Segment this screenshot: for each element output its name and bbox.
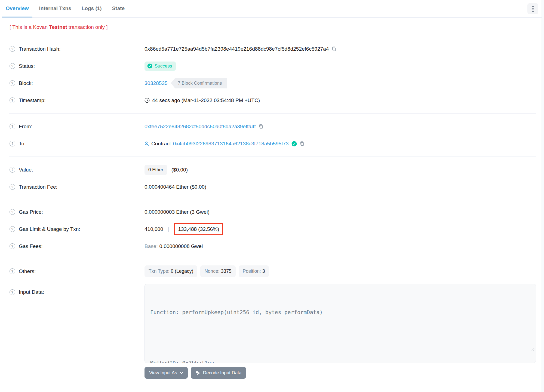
row-status: ? Status: Success <box>10 57 536 75</box>
row-timestamp: ? Timestamp: 44 secs ago (Mar-11-2022 03… <box>10 92 536 109</box>
help-icon[interactable]: ? <box>10 226 15 232</box>
input-actions: View Input As Decode Input Data <box>145 367 536 379</box>
transaction-hash-label: Transaction Hash: <box>19 46 60 52</box>
gas-usage-value: 133,488 (32.56%) <box>178 226 219 232</box>
row-gas-price: ? Gas Price: 0.000000003 Ether (3 Gwei) <box>10 203 536 220</box>
ether-value-badge: 0 Ether <box>145 165 167 175</box>
section-summary: ? Transaction Hash: 0x86ed5a771e725aa94d… <box>2 36 542 113</box>
base-fee-label: Base: <box>145 243 158 249</box>
row-input-data: ? Input Data: Function: performUpkeep(ui… <box>10 284 536 363</box>
tab-overview[interactable]: Overview <box>2 0 32 17</box>
page-scrollbar-gutter[interactable] <box>542 0 544 392</box>
from-address-link[interactable]: 0xfee7522e8482682cf50ddc50a0f8da2a39effa… <box>145 124 256 130</box>
timestamp-value: 44 secs ago (Mar-11-2022 03:54:48 PM +UT… <box>152 97 260 103</box>
help-icon[interactable]: ? <box>10 268 15 274</box>
timestamp-label: Timestamp: <box>19 97 46 103</box>
input-function-line: Function: performUpkeep(uint256 id, byte… <box>150 308 530 317</box>
help-icon[interactable]: ? <box>10 97 15 103</box>
to-contract-kind: Contract <box>151 141 171 147</box>
section-parties: ? From: 0xfee7522e8482682cf50ddc50a0f8da… <box>2 114 542 157</box>
row-block: ? Block: 30328535 7 Block Confirmations <box>10 75 536 92</box>
gas-price-label: Gas Price: <box>19 209 43 215</box>
block-label: Block: <box>19 80 33 86</box>
block-confirmations-badge: 7 Block Confirmations <box>171 78 227 88</box>
position-badge: Position:3 <box>239 265 269 277</box>
kebab-icon <box>532 6 534 7</box>
tab-logs[interactable]: Logs (1) <box>78 0 105 17</box>
transaction-hash-value: 0x86ed5a771e725aa94d5b7fa2398e4419e216d8… <box>145 46 329 52</box>
help-icon[interactable]: ? <box>10 141 15 146</box>
magnifier-icon[interactable] <box>145 141 149 146</box>
help-icon[interactable]: ? <box>10 184 15 190</box>
divider <box>9 383 536 383</box>
row-gas-limit-usage: ? Gas Limit & Usage by Txn: 410,000 | 13… <box>10 220 536 238</box>
nonce-badge: Nonce:3375 <box>200 265 235 277</box>
others-label: Others: <box>19 268 36 274</box>
base-fee-value: 0.000000008 Gwei <box>159 243 203 249</box>
transaction-fee-label: Transaction Fee: <box>19 184 57 190</box>
gas-limit-value: 410,000 <box>145 226 163 232</box>
testnet-notice: [ This is a Kovan Testnet transaction on… <box>2 18 542 36</box>
check-circle-icon <box>147 63 152 69</box>
input-methodid-line: MethodID: 0x7bbaf1ea <box>150 359 530 363</box>
row-transaction-hash: ? Transaction Hash: 0x86ed5a771e725aa94d… <box>10 40 536 57</box>
copy-icon[interactable] <box>331 46 337 51</box>
txn-type-badge: Txn Type:0 (Legacy) <box>145 265 197 277</box>
help-icon[interactable]: ? <box>10 63 15 69</box>
row-gas-fees: ? Gas Fees: Base: 0.000000008 Gwei <box>10 238 536 255</box>
tabbar-spacer <box>131 0 527 17</box>
pipe-separator: | <box>168 226 169 232</box>
block-number-link[interactable]: 30328535 <box>145 80 168 86</box>
status-badge: Success <box>145 62 176 71</box>
help-icon[interactable]: ? <box>10 167 15 173</box>
row-others: ? Others: Txn Type:0 (Legacy) Nonce:3375… <box>10 263 536 280</box>
copy-icon[interactable] <box>300 141 305 146</box>
row-from: ? From: 0xfee7522e8482682cf50ddc50a0f8da… <box>10 118 536 135</box>
decode-input-data-button[interactable]: Decode Input Data <box>191 367 246 379</box>
row-to: ? To: Contract 0x4cb093f226983713164a621… <box>10 135 536 152</box>
clock-icon <box>145 98 150 103</box>
gas-price-value: 0.000000003 Ether (3 Gwei) <box>145 209 210 215</box>
copy-icon[interactable] <box>259 124 264 129</box>
gas-limit-label: Gas Limit & Usage by Txn: <box>19 226 80 232</box>
input-data-label: Input Data: <box>19 289 44 295</box>
help-icon[interactable]: ? <box>10 80 15 86</box>
input-data-textarea[interactable]: Function: performUpkeep(uint256 id, byte… <box>145 284 536 363</box>
resize-grip[interactable] <box>499 336 534 362</box>
tab-internal-txns[interactable]: Internal Txns <box>36 0 75 17</box>
from-label: From: <box>19 124 32 130</box>
value-label: Value: <box>19 167 33 173</box>
view-input-as-button[interactable]: View Input As <box>145 367 188 379</box>
transaction-card: Overview Internal Txns Logs (1) State [ … <box>2 0 542 392</box>
to-address-link[interactable]: 0x4cb093f226983713164a62138c3f718a5b595f… <box>173 141 289 147</box>
status-label: Status: <box>19 63 35 69</box>
annotation-red-box: 133,488 (32.56%) <box>174 223 223 235</box>
help-icon[interactable]: ? <box>10 289 15 295</box>
help-icon[interactable]: ? <box>10 124 15 129</box>
section-value: ? Value: 0 Ether ($0.00) ? Transaction F… <box>2 157 542 200</box>
help-icon[interactable]: ? <box>10 209 15 215</box>
section-others-input: ? Others: Txn Type:0 (Legacy) Nonce:3375… <box>2 258 542 383</box>
kebab-menu-button[interactable] <box>527 3 538 14</box>
tab-state[interactable]: State <box>109 0 128 17</box>
verified-check-icon <box>291 141 297 146</box>
chevron-down-icon <box>180 372 183 374</box>
gas-fees-label: Gas Fees: <box>19 243 43 249</box>
row-transaction-fee: ? Transaction Fee: 0.000400464 Ether ($0… <box>10 178 536 195</box>
usd-value: ($0.00) <box>171 167 188 173</box>
decode-icon <box>195 370 200 375</box>
help-icon[interactable]: ? <box>10 243 15 249</box>
section-gas: ? Gas Price: 0.000000003 Ether (3 Gwei) … <box>2 200 542 258</box>
row-value: ? Value: 0 Ether ($0.00) <box>10 161 536 178</box>
to-label: To: <box>19 141 26 147</box>
tab-bar: Overview Internal Txns Logs (1) State <box>2 0 542 18</box>
transaction-fee-value: 0.000400464 Ether ($0.00) <box>145 184 206 190</box>
help-icon[interactable]: ? <box>10 46 15 52</box>
